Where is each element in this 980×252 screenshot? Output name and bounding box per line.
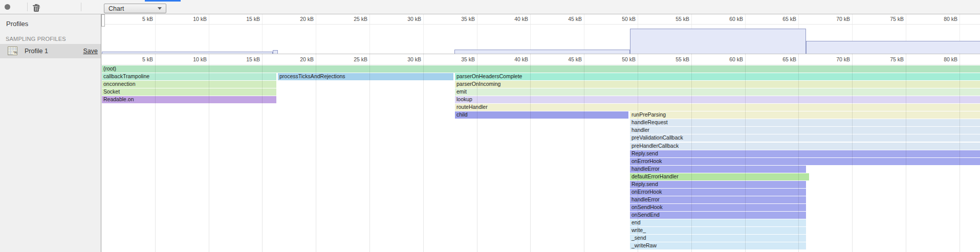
- flame-bar[interactable]: handleError: [630, 196, 806, 203]
- flame-bar-label: onSendEnd: [631, 212, 660, 218]
- gridline: [155, 14, 156, 54]
- flame-bar-label: write_: [631, 227, 646, 233]
- clear-profiles-button[interactable]: [17, 4, 24, 11]
- overview-bottom-border: [101, 54, 980, 54]
- flame-bar[interactable]: onconnection: [102, 81, 276, 88]
- overview-left-handle[interactable]: [101, 14, 105, 27]
- flame-bar-label: runPreParsing: [631, 111, 666, 118]
- flame-bar[interactable]: _send: [630, 235, 806, 242]
- heap-profiler-panel: 5 kB10 kB15 kB20 kB25 kB30 kB35 kB40 kB4…: [0, 0, 980, 252]
- flame-bar[interactable]: defaultErrorHandler: [630, 173, 809, 180]
- flame-bar-label: onErrorHook: [631, 189, 662, 195]
- flame-bar-label: Reply.send: [631, 181, 658, 187]
- ruler-tick-label: 55 kB: [659, 16, 689, 22]
- flame-bar-label: routeHandler: [456, 104, 488, 110]
- flame-bar[interactable]: handler: [630, 127, 980, 134]
- view-mode-value: Chart: [108, 5, 124, 12]
- gridline: [369, 14, 370, 54]
- flame-bar-label: _writeRaw: [631, 242, 657, 248]
- flame-bar-label: child: [456, 111, 468, 118]
- save-profile-link[interactable]: Save: [83, 48, 98, 55]
- gridline: [477, 14, 477, 54]
- flame-ruler-divider: [101, 64, 980, 65]
- flame-bar[interactable]: preHandlerCallback: [630, 143, 980, 150]
- flame-bar[interactable]: parserOnHeadersComplete: [455, 73, 980, 80]
- flame-bar-label: defaultErrorHandler: [631, 173, 679, 179]
- flame-bar[interactable]: handleRequest: [630, 119, 980, 126]
- flame-bar-label: callbackTrampoline: [103, 73, 149, 79]
- flame-bar[interactable]: Readable.on: [102, 96, 276, 103]
- ruler-tick-label: 60 kB: [712, 56, 743, 63]
- profiler-toolbar: Chart: [0, 0, 980, 14]
- ruler-tick-label: 45 kB: [551, 16, 582, 22]
- flame-bar[interactable]: callbackTrampoline: [102, 73, 276, 80]
- flame-bar[interactable]: _writeRaw: [630, 242, 806, 249]
- flame-bar[interactable]: runPreParsing: [630, 111, 980, 119]
- record-heap-profile-button[interactable]: [5, 4, 10, 10]
- active-tab-indicator: [145, 0, 181, 2]
- flame-bar-label: onconnection: [103, 81, 135, 87]
- flame-bar[interactable]: onErrorHook: [630, 189, 806, 196]
- ruler-tick-label: 50 kB: [605, 56, 636, 63]
- flame-bar-label: emit: [456, 88, 467, 95]
- toolbar-separator: [81, 3, 81, 11]
- flame-bar[interactable]: Reply.send: [630, 181, 806, 188]
- ruler-tick-label: 30 kB: [390, 56, 421, 63]
- ruler-tick-label: 45 kB: [551, 56, 582, 63]
- gridline: [316, 54, 316, 252]
- flame-bar[interactable]: onSendEnd: [630, 212, 806, 219]
- flame-bar[interactable]: write_: [630, 227, 806, 234]
- ruler-tick-label: 25 kB: [337, 56, 367, 63]
- ruler-tick-label: 75 kB: [873, 16, 904, 22]
- ruler-tick-label: 10 kB: [176, 56, 207, 63]
- ruler-tick-label: 65 kB: [766, 56, 796, 63]
- flame-bar[interactable]: onSendHook: [630, 204, 806, 211]
- flame-bar[interactable]: child: [455, 111, 628, 119]
- flame-bar-label: processTicksAndRejections: [279, 73, 345, 79]
- flame-bar-label: end: [631, 219, 641, 225]
- gridline: [262, 14, 263, 54]
- ruler-tick-label: 35 kB: [444, 16, 475, 22]
- flame-bar-label: Reply.send: [631, 150, 658, 156]
- view-mode-select[interactable]: Chart: [104, 4, 166, 13]
- overview-step: [630, 29, 806, 54]
- flame-bar-label: lookup: [456, 96, 472, 102]
- ruler-tick-label: 75 kB: [873, 56, 904, 63]
- ruler-tick-label: 60 kB: [712, 16, 743, 22]
- flame-bar-label: Socket: [103, 88, 120, 95]
- flame-bar-label: _send: [631, 235, 646, 241]
- toolbar-separator: [27, 3, 28, 11]
- ruler-tick-label: 65 kB: [766, 16, 796, 22]
- ruler-tick-label: 70 kB: [819, 56, 850, 63]
- flame-bar[interactable]: onErrorHook: [630, 158, 980, 165]
- profile-name: Profile 1: [25, 48, 48, 55]
- gridline: [530, 14, 531, 54]
- sidebar-item-profile-1[interactable]: % Profile 1 Save: [0, 44, 101, 58]
- delete-profile-button[interactable]: [33, 4, 39, 12]
- flame-bar[interactable]: parserOnIncoming: [455, 81, 980, 88]
- flame-bar[interactable]: lookup: [455, 96, 980, 103]
- flame-bar[interactable]: preValidationCallback: [630, 134, 980, 142]
- flame-bar[interactable]: end: [630, 219, 806, 226]
- flame-bar[interactable]: emit: [455, 88, 980, 96]
- flame-bar-label: handler: [631, 127, 649, 133]
- flame-bar[interactable]: (root): [102, 65, 980, 73]
- flame-bar[interactable]: Reply.send: [630, 150, 980, 157]
- sidebar-title: Profiles: [6, 20, 28, 28]
- flame-bar[interactable]: routeHandler: [455, 104, 980, 111]
- flame-bar[interactable]: handleError: [630, 166, 806, 173]
- profile-document-icon: %: [8, 47, 17, 55]
- ruler-tick-label: 5 kB: [122, 56, 153, 63]
- gridline: [423, 54, 424, 252]
- ruler-tick-label: 10 kB: [176, 16, 207, 22]
- flame-bar-label: parserOnIncoming: [456, 81, 500, 87]
- flame-bar[interactable]: processTicksAndRejections: [278, 73, 453, 80]
- gridline: [423, 14, 424, 54]
- flame-bar-label: handleError: [631, 196, 660, 202]
- ruler-tick-label: 80 kB: [927, 16, 957, 22]
- ruler-tick-label: 55 kB: [659, 56, 689, 63]
- gridline: [584, 14, 584, 54]
- flame-bar[interactable]: Socket: [102, 88, 276, 96]
- flame-bar-label: handleError: [631, 166, 660, 172]
- overview-ruler-divider: [101, 24, 980, 25]
